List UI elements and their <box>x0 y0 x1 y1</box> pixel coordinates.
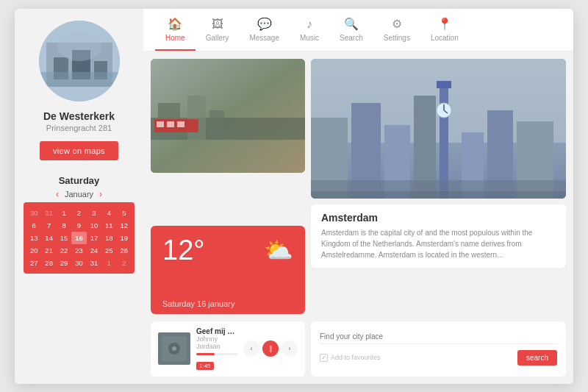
city-info-card: Amsterdam Amsterdam is the capital city … <box>311 204 566 268</box>
weather-temp-row: 12° ⛅ <box>162 236 293 264</box>
cal-cell: 31 <box>87 257 101 269</box>
nav-item-settings[interactable]: ⚙ Settings <box>373 9 420 51</box>
svg-rect-13 <box>157 121 164 127</box>
svg-point-6 <box>57 32 101 61</box>
home-icon: 🏠 <box>168 17 182 31</box>
nav-item-home[interactable]: 🏠 Home <box>155 9 196 51</box>
cal-cell: 3 <box>87 207 101 219</box>
next-button[interactable]: › <box>282 341 298 357</box>
music-controls: ‹ ‖ › <box>243 341 298 357</box>
city-description: Amsterdam is the capital city of and the… <box>321 227 556 260</box>
cal-prev-button[interactable]: ‹ <box>56 189 59 199</box>
weather-temperature: 12° <box>162 236 204 264</box>
music-icon: ♪ <box>306 18 312 31</box>
settings-icon: ⚙ <box>392 17 402 31</box>
sidebar: De Westerkerk Prinsengracht 281 view on … <box>15 9 143 384</box>
nav-label-music: Music <box>300 34 319 42</box>
city-title: Amsterdam <box>321 212 556 224</box>
cal-row-1: 30 31 1 2 3 4 5 <box>26 207 132 219</box>
calendar-nav: ‹ January › <box>24 189 135 199</box>
cal-row-5: 27 28 29 30 31 1 2 <box>26 257 132 269</box>
svg-rect-11 <box>209 110 224 140</box>
add-favourites-text: Add to favourites <box>331 354 381 361</box>
video-thumb <box>151 59 305 173</box>
city-image <box>311 59 566 199</box>
cal-cell: 24 <box>87 244 101 257</box>
cal-row-3: 13 14 15 16 17 18 19 <box>26 232 132 244</box>
search-panel: ✓ Add to favourites search <box>311 321 566 377</box>
cal-cell: 18 <box>101 232 116 244</box>
cal-cell: 2 <box>117 257 132 269</box>
search-input-row <box>320 332 557 344</box>
svg-rect-31 <box>311 191 566 199</box>
cal-cell: 29 <box>57 257 71 269</box>
city-image-card <box>311 59 566 199</box>
search-button[interactable]: search <box>517 350 557 366</box>
nav-item-search[interactable]: 🔍 Search <box>329 9 373 51</box>
search-bottom-row: ✓ Add to favourites search <box>320 350 557 366</box>
svg-rect-15 <box>177 121 184 127</box>
cal-cell: 30 <box>71 257 86 269</box>
svg-rect-10 <box>187 96 206 140</box>
cal-cell: 13 <box>26 232 41 244</box>
cal-cell: 26 <box>117 244 132 257</box>
music-time: 1:45 <box>196 362 214 370</box>
cal-cell: 22 <box>57 244 71 257</box>
app-container: De Westerkerk Prinsengracht 281 view on … <box>15 9 573 384</box>
pause-button[interactable]: ‖ <box>262 341 279 357</box>
cal-cell: 19 <box>117 232 132 244</box>
avatar <box>39 21 120 101</box>
cal-cell: 4 <box>101 207 116 219</box>
cal-cell: 15 <box>57 232 71 244</box>
cal-cell: 8 <box>57 219 71 232</box>
cal-cell: 5 <box>117 207 132 219</box>
prev-button[interactable]: ‹ <box>243 341 259 357</box>
search-input[interactable] <box>320 332 557 341</box>
location-icon: 📍 <box>437 17 452 31</box>
nav-label-home: Home <box>165 34 185 42</box>
cal-cell: 31 <box>41 207 56 219</box>
weather-date: Saturday 16 january <box>162 299 293 308</box>
cal-cell: 9 <box>71 219 86 232</box>
nav-item-music[interactable]: ♪ Music <box>290 9 329 51</box>
cal-cell: 2 <box>71 207 86 219</box>
svg-rect-14 <box>167 121 174 127</box>
music-title: Geef mij maar Amsterdam <box>196 327 237 335</box>
nav-label-gallery: Gallery <box>206 34 229 42</box>
cal-cell-today: 16 <box>71 232 86 244</box>
calendar-grid: 30 31 1 2 3 4 5 6 7 8 9 10 11 12 <box>24 202 135 274</box>
cal-cell: 6 <box>26 219 41 232</box>
progress-bar <box>196 353 237 355</box>
view-maps-button[interactable]: view on maps <box>40 141 118 160</box>
nav-item-message[interactable]: 💬 Message <box>239 9 290 51</box>
cal-cell: 1 <box>57 207 71 219</box>
cal-cell: 7 <box>41 219 56 232</box>
cal-row-4: 20 21 22 23 24 25 26 <box>26 244 132 257</box>
main-content: 🏠 Home 🖼 Gallery 💬 Message ♪ Music 🔍 Sea… <box>143 9 573 384</box>
svg-point-35 <box>172 346 176 351</box>
video-card[interactable] <box>151 59 305 173</box>
nav-item-gallery[interactable]: 🖼 Gallery <box>196 9 240 51</box>
add-favourites-label[interactable]: ✓ Add to favourites <box>320 354 381 362</box>
nav-item-location[interactable]: 📍 Location <box>420 9 469 51</box>
weather-card: 12° ⛅ Saturday 16 january <box>151 226 305 314</box>
cal-cell: 14 <box>41 232 56 244</box>
cal-row-2: 6 7 8 9 10 11 12 <box>26 219 132 232</box>
cal-cell: 20 <box>26 244 41 257</box>
music-player: Geef mij maar Amsterdam Johnny Jordaan 1… <box>151 321 305 377</box>
calendar-month: January <box>65 190 93 199</box>
cal-cell: 11 <box>101 219 116 232</box>
search-icon: 🔍 <box>344 17 359 31</box>
svg-rect-23 <box>437 81 451 88</box>
location-sub: Prinsengracht 281 <box>46 124 112 132</box>
cal-cell: 25 <box>101 244 116 257</box>
cal-cell: 10 <box>87 219 101 232</box>
cal-cell: 12 <box>117 219 132 232</box>
cal-next-button[interactable]: › <box>99 189 102 199</box>
music-artist: Johnny Jordaan <box>196 335 237 350</box>
progress-fill <box>196 353 215 355</box>
nav-label-message: Message <box>249 34 279 42</box>
add-favourites-checkbox[interactable]: ✓ <box>320 354 328 362</box>
location-name: De Westerkerk <box>43 110 115 122</box>
cal-cell: 17 <box>87 232 101 244</box>
